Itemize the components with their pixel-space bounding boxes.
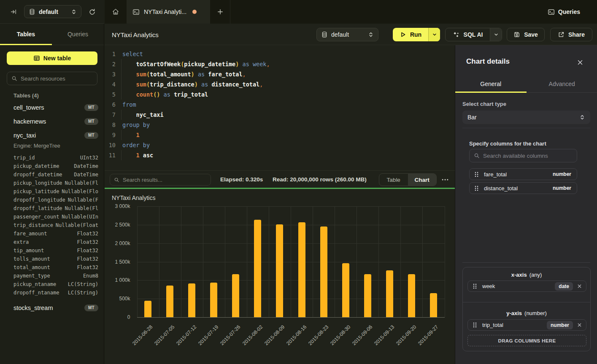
- line-number: 6: [105, 100, 116, 110]
- database-selector[interactable]: default: [24, 5, 81, 18]
- bar-2015-07-19[interactable]: [210, 283, 217, 317]
- queries-button[interactable]: Queries: [548, 0, 580, 24]
- column-name: trip_id: [14, 155, 35, 161]
- x-axis-tick-label: 2015-08-23: [307, 324, 330, 346]
- column-type: number: [553, 171, 571, 177]
- y-axis-label: y-axis: [506, 310, 522, 316]
- view-toggle-table[interactable]: Table: [379, 174, 408, 186]
- column-type: Float32: [77, 264, 98, 270]
- column-name: dropoff_datetime: [14, 172, 62, 178]
- remove-column-button[interactable]: [577, 283, 582, 289]
- sql-ai-options-button[interactable]: [490, 28, 502, 41]
- bar-2015-08-16[interactable]: [298, 222, 305, 317]
- refresh-icon: [89, 8, 96, 16]
- columns-search-input[interactable]: Search available columns: [469, 149, 577, 162]
- results-search-placeholder: Search results...: [123, 177, 162, 183]
- bar-2015-08-09[interactable]: [276, 224, 283, 317]
- sidebar-tab-tables[interactable]: Tables: [0, 24, 52, 45]
- share-icon: [558, 31, 565, 38]
- bar-2015-09-06[interactable]: [364, 274, 371, 317]
- indent-guide: [121, 130, 122, 140]
- share-button[interactable]: Share: [550, 28, 592, 41]
- home-tab[interactable]: [105, 0, 127, 24]
- table-item-hackernews[interactable]: hackernewsMT: [0, 114, 104, 128]
- code-line-10: 10order by: [105, 140, 455, 150]
- axis-divider: [463, 302, 590, 302]
- tab-advanced[interactable]: Advanced: [527, 75, 597, 92]
- column-row-payment_type: payment_typeEnum8: [0, 272, 104, 280]
- sql-editor[interactable]: 1select2 toStartOfWeek(pickup_datetime) …: [105, 45, 455, 170]
- indent-guide: [121, 110, 122, 120]
- indent-guide: [121, 59, 122, 69]
- column-type: Nullable(Float: [56, 222, 98, 228]
- main-area: 1select2 toStartOfWeek(pickup_datetime) …: [105, 45, 455, 364]
- table-item-cell_towers[interactable]: cell_towersMT: [0, 100, 104, 114]
- gridline-vertical: [445, 206, 445, 317]
- columns-section-label: Specify columns for the chart: [469, 140, 546, 147]
- chart-type-label: Select chart type: [462, 101, 506, 107]
- run-options-button[interactable]: [428, 28, 440, 41]
- bar-2015-06-28[interactable]: [144, 301, 151, 317]
- results-search-input[interactable]: Search results...: [110, 174, 211, 186]
- column-row-dropoff_longitude: dropoff_longitudeNullable(F: [0, 196, 104, 204]
- new-tab-button[interactable]: [210, 0, 230, 24]
- sql-console-app: default NYTaxi Analyti..: [0, 0, 597, 364]
- chart-type-select[interactable]: Bar: [462, 111, 590, 124]
- query-tab-active[interactable]: NYTaxi Analyti...: [127, 0, 210, 24]
- column-name: pickup_latitude: [14, 189, 59, 194]
- bar-2015-09-27[interactable]: [430, 293, 437, 317]
- new-table-label: New table: [43, 55, 71, 62]
- tab-general[interactable]: General: [455, 75, 527, 92]
- refresh-button[interactable]: [85, 5, 99, 19]
- queries-terminal-icon: [548, 8, 555, 16]
- available-column-distance_total[interactable]: distance_totalnumber: [469, 182, 577, 194]
- bar-2015-08-02[interactable]: [254, 220, 261, 317]
- column-type: UInt32: [80, 155, 98, 161]
- table-item-stocks_stream[interactable]: stocks_streamMT: [0, 301, 104, 315]
- query-database-selector[interactable]: default: [316, 28, 378, 41]
- bar-2015-07-26[interactable]: [232, 274, 239, 317]
- save-button[interactable]: Save: [507, 28, 545, 41]
- chart-details-title: Chart details: [466, 57, 510, 66]
- axis-column-trip_total[interactable]: trip_totalnumber: [467, 319, 586, 331]
- column-name: fare_amount: [14, 231, 47, 237]
- column-row-pickup_latitude: pickup_latitudeNullable(Flo: [0, 187, 104, 196]
- sql-ai-button[interactable]: SQL AI: [446, 28, 490, 41]
- bar-2015-09-13[interactable]: [386, 270, 393, 317]
- axis-column-week[interactable]: weekdate: [467, 280, 586, 292]
- bar-2015-09-20[interactable]: [408, 274, 415, 317]
- column-type: LC(String): [68, 281, 98, 287]
- bar-2015-07-12[interactable]: [188, 283, 195, 317]
- bar-2015-08-23[interactable]: [320, 226, 327, 317]
- bar-2015-08-30[interactable]: [342, 263, 349, 317]
- gridline-vertical: [225, 206, 225, 317]
- table-name: hackernews: [14, 118, 46, 125]
- column-type: LC(String): [68, 290, 98, 296]
- run-button-group: Run: [393, 28, 440, 41]
- more-options-button[interactable]: [439, 174, 451, 185]
- table-item-nyc_taxi[interactable]: nyc_taxiMT: [0, 128, 104, 142]
- x-axis-tick-label: 2015-08-09: [263, 324, 286, 346]
- chevron-updown-icon: [71, 9, 77, 15]
- save-button-label: Save: [524, 31, 538, 38]
- close-panel-button[interactable]: [573, 56, 587, 69]
- line-number: 1: [105, 49, 116, 59]
- drop-zone[interactable]: DRAG COLUMNS HERE: [467, 335, 586, 346]
- available-column-fare_total[interactable]: fare_totalnumber: [469, 168, 577, 180]
- column-name: extra: [14, 239, 29, 245]
- queries-button-label: Queries: [558, 8, 580, 15]
- run-button-label: Run: [410, 31, 421, 38]
- column-row-trip_id: trip_idUInt32: [0, 154, 104, 162]
- sidebar-tab-queries[interactable]: Queries: [52, 24, 104, 45]
- bar-2015-07-05[interactable]: [166, 286, 173, 317]
- chevron-updown-icon: [368, 32, 374, 38]
- sidebar-search-input[interactable]: Search resources: [7, 72, 97, 85]
- column-name: tolls_amount: [14, 256, 50, 262]
- column-row-total_amount: total_amountFloat32: [0, 263, 104, 272]
- run-button[interactable]: Run: [393, 28, 428, 41]
- gridline-vertical: [378, 206, 379, 317]
- new-table-button[interactable]: New table: [7, 51, 97, 65]
- remove-column-button[interactable]: [577, 322, 582, 328]
- collapse-sidebar-button[interactable]: [7, 5, 20, 19]
- view-toggle-chart[interactable]: Chart: [408, 174, 437, 186]
